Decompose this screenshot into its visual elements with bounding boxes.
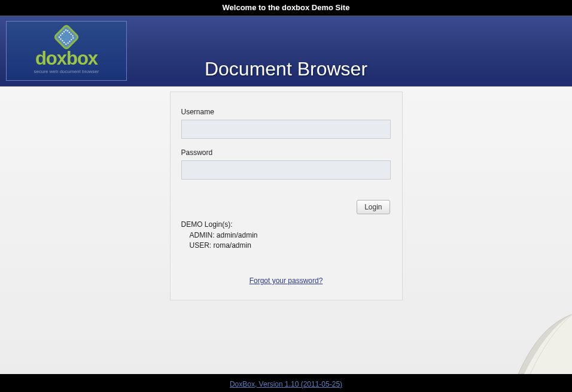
- top-bar: Welcome to the doxbox Demo Site: [0, 0, 572, 16]
- header: doxbox secure web document browser Docum…: [0, 16, 572, 87]
- login-panel: Username Password Login DEMO Login(s): A…: [170, 92, 403, 300]
- username-label: Username: [181, 108, 391, 116]
- welcome-text: Welcome to the doxbox Demo Site: [223, 3, 350, 12]
- demo-logins: DEMO Login(s): ADMIN: admin/admin USER: …: [181, 220, 391, 250]
- demo-user-credentials: USER: roma/admin: [181, 241, 391, 250]
- password-label: Password: [181, 148, 391, 157]
- footer: DoxBox, Version 1.10 (2011-05-25): [0, 374, 572, 392]
- page-title: Document Browser: [0, 58, 572, 80]
- password-input[interactable]: [181, 160, 391, 180]
- demo-title: DEMO Login(s):: [181, 220, 391, 229]
- login-button[interactable]: Login: [357, 200, 390, 214]
- content-area: Username Password Login DEMO Login(s): A…: [0, 87, 572, 374]
- forgot-password-row: Forgot your password?: [181, 275, 391, 285]
- username-input[interactable]: [181, 120, 391, 139]
- footer-version-link[interactable]: DoxBox, Version 1.10 (2011-05-25): [230, 380, 342, 388]
- forgot-password-link[interactable]: Forgot your password?: [250, 276, 323, 285]
- login-button-row: Login: [181, 200, 391, 214]
- logo-icon: [53, 23, 80, 50]
- demo-admin-credentials: ADMIN: admin/admin: [181, 231, 391, 239]
